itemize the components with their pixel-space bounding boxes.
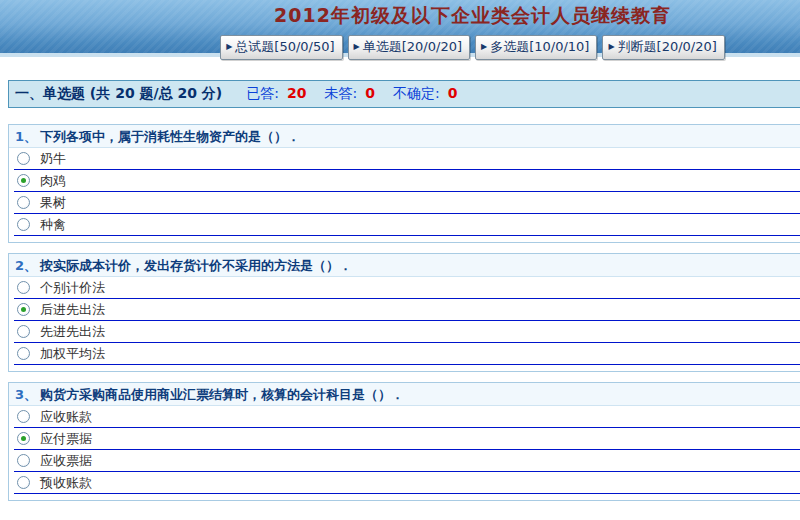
stat-uncertain: 不确定:0 [393, 85, 457, 103]
nav-button-all-questions[interactable]: ▶ 总试题[50/0/50] [220, 35, 342, 60]
question-number: 2、 [15, 258, 37, 273]
option-label: 奶牛 [40, 150, 66, 168]
question-number: 1、 [15, 129, 37, 144]
option-label: 果树 [40, 194, 66, 212]
triangle-right-icon: ▶ [354, 43, 360, 51]
radio-button[interactable] [17, 218, 30, 231]
nav-button-true-false[interactable]: ▶ 判断题[20/0/20] [602, 35, 724, 60]
option-list: 奶牛 肉鸡 果树 种禽 [9, 148, 800, 242]
option-row[interactable]: 奶牛 [14, 148, 800, 170]
option-row[interactable]: 果树 [14, 192, 800, 214]
option-row[interactable]: 后进先出法 [14, 299, 800, 321]
option-row[interactable]: 加权平均法 [14, 343, 800, 365]
page-header: 2012年初级及以下企业类会计人员继续教育 ▶ 总试题[50/0/50] ▶ 单… [0, 0, 800, 57]
nav-button-single-choice[interactable]: ▶ 单选题[20/0/20] [348, 35, 470, 60]
option-label: 应付票据 [40, 430, 92, 448]
page-title: 2012年初级及以下企业类会计人员继续教育 [0, 0, 800, 29]
option-row[interactable]: 先进先出法 [14, 321, 800, 343]
triangle-right-icon: ▶ [481, 43, 487, 51]
radio-button[interactable] [17, 410, 30, 423]
option-label: 先进先出法 [40, 323, 105, 341]
option-label: 应收账款 [40, 408, 92, 426]
question-number: 3、 [15, 387, 37, 402]
radio-button[interactable] [17, 196, 30, 209]
radio-button[interactable] [17, 432, 30, 445]
radio-button[interactable] [17, 281, 30, 294]
option-row[interactable]: 种禽 [14, 214, 800, 236]
option-row[interactable]: 应收账款 [14, 406, 800, 428]
option-row[interactable]: 应付票据 [14, 428, 800, 450]
question-block-2: 2、按实际成本计价，发出存货计价不采用的方法是（）． 个别计价法 后进先出法 先… [8, 253, 800, 372]
section-header: 一、单选题 (共 20 题/总 20 分) 已答:20 未答:0 不确定:0 [8, 80, 800, 108]
nav-button-label: 总试题[50/0/50] [235, 38, 334, 56]
section-title: 一、单选题 (共 20 题/总 20 分) [15, 85, 222, 103]
exam-content: 一、单选题 (共 20 题/总 20 分) 已答:20 未答:0 不确定:0 1… [8, 80, 800, 501]
option-label: 个别计价法 [40, 279, 105, 297]
option-label: 种禽 [40, 216, 66, 234]
option-row[interactable]: 肉鸡 [14, 170, 800, 192]
question-title: 3、购货方采购商品使用商业汇票结算时，核算的会计科目是（）． [9, 383, 800, 406]
option-label: 预收账款 [40, 474, 92, 492]
answer-stats: 已答:20 未答:0 不确定:0 [246, 85, 475, 103]
radio-button[interactable] [17, 476, 30, 489]
radio-button[interactable] [17, 347, 30, 360]
option-list: 应收账款 应付票据 应收票据 预收账款 [9, 406, 800, 500]
question-title: 1、下列各项中，属于消耗性生物资产的是（）． [9, 125, 800, 148]
question-text: 按实际成本计价，发出存货计价不采用的方法是（）． [40, 258, 352, 273]
option-row[interactable]: 个别计价法 [14, 277, 800, 299]
option-label: 肉鸡 [40, 172, 66, 190]
triangle-right-icon: ▶ [226, 43, 232, 51]
stat-unanswered: 未答:0 [324, 85, 374, 103]
option-row[interactable]: 预收账款 [14, 472, 800, 494]
radio-button[interactable] [17, 303, 30, 316]
radio-button[interactable] [17, 174, 30, 187]
exam-page: 2012年初级及以下企业类会计人员继续教育 ▶ 总试题[50/0/50] ▶ 单… [0, 0, 800, 501]
question-title: 2、按实际成本计价，发出存货计价不采用的方法是（）． [9, 254, 800, 277]
question-text: 下列各项中，属于消耗性生物资产的是（）． [40, 129, 300, 144]
nav-button-multi-choice[interactable]: ▶ 多选题[10/0/10] [475, 35, 597, 60]
question-text: 购货方采购商品使用商业汇票结算时，核算的会计科目是（）． [40, 387, 404, 402]
nav-button-row: ▶ 总试题[50/0/50] ▶ 单选题[20/0/20] ▶ 多选题[10/0… [0, 35, 800, 60]
option-row[interactable]: 应收票据 [14, 450, 800, 472]
radio-button[interactable] [17, 454, 30, 467]
radio-button[interactable] [17, 325, 30, 338]
option-list: 个别计价法 后进先出法 先进先出法 加权平均法 [9, 277, 800, 371]
radio-button[interactable] [17, 152, 30, 165]
question-block-1: 1、下列各项中，属于消耗性生物资产的是（）． 奶牛 肉鸡 果树 种禽 [8, 124, 800, 243]
option-label: 应收票据 [40, 452, 92, 470]
nav-button-label: 判断题[20/0/20] [618, 38, 717, 56]
option-label: 后进先出法 [40, 301, 105, 319]
nav-button-label: 单选题[20/0/20] [363, 38, 462, 56]
stat-answered: 已答:20 [246, 85, 306, 103]
option-label: 加权平均法 [40, 345, 105, 363]
question-block-3: 3、购货方采购商品使用商业汇票结算时，核算的会计科目是（）． 应收账款 应付票据… [8, 382, 800, 501]
nav-button-label: 多选题[10/0/10] [490, 38, 589, 56]
triangle-right-icon: ▶ [608, 43, 614, 51]
